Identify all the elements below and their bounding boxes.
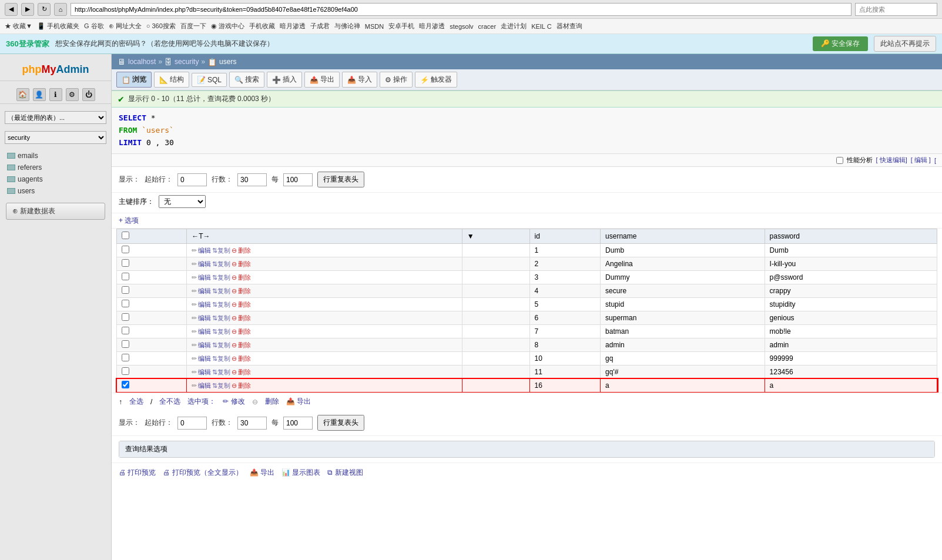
delete-icon-10[interactable]: ⊖ [232,382,237,390]
edit-link-3[interactable]: 编辑 [198,287,211,296]
per-input[interactable] [283,173,313,186]
delete-link-4[interactable]: 删除 [238,300,251,309]
delete-link-5[interactable]: 删除 [238,314,251,323]
sidebar-item-referers[interactable]: referers [0,162,111,173]
tab-import[interactable]: 📥 导入 [342,72,377,88]
search-bar[interactable] [855,3,937,16]
info-icon-btn[interactable]: ℹ [49,88,62,101]
sort-icon-5[interactable]: ⇅复制 [212,314,230,323]
delete-icon-1[interactable]: ⊖ [232,260,237,268]
bookmark-msdn[interactable]: MSDN [365,23,384,30]
new-table-button[interactable]: ⊕ 新建数据表 [6,203,105,220]
row-checkbox-6[interactable] [122,327,129,334]
recent-tables-select[interactable]: （最近使用的表）... [5,111,106,124]
bookmark-darkmoon[interactable]: 暗月渗透 [419,22,445,31]
edit-link-9[interactable]: 编辑 [198,368,211,377]
edit-icon-7[interactable]: ✏ [192,341,197,349]
th-password[interactable]: password [765,229,937,244]
delete-icon-4[interactable]: ⊖ [232,301,237,308]
export-bottom-link[interactable]: 📤 导出 [250,468,274,478]
user-icon-btn[interactable]: 👤 [33,88,46,101]
sort-icon-2[interactable]: ⇅复制 [212,273,230,282]
delete-icon-7[interactable]: ⊖ [232,341,237,349]
row-checkbox-5[interactable] [122,313,129,321]
sort-icon-3[interactable]: ⇅复制 [212,287,230,296]
bookmark-keil[interactable]: KEIL C [531,23,551,30]
start-input-bottom[interactable] [177,417,207,430]
edit-link-5[interactable]: 编辑 [198,314,211,323]
refresh-button[interactable]: ↻ [38,3,51,16]
tab-insert[interactable]: ➕ 插入 [267,72,302,88]
save-password-button[interactable]: 🔑 安全保存 [813,36,868,51]
delete-icon-6[interactable]: ⊖ [232,328,237,336]
export-link[interactable]: 📤 导出 [286,397,311,407]
delete-link-0[interactable]: 删除 [238,246,251,255]
options-link[interactable]: + 选项 [112,213,942,229]
start-input[interactable] [177,173,207,186]
bookmark-buddha[interactable]: 与佛论禅 [334,22,360,31]
perf-checkbox[interactable] [836,157,843,164]
edit-link-4[interactable]: 编辑 [198,300,211,309]
bookmark-zicheng[interactable]: 子成君 [310,22,330,31]
tab-triggers[interactable]: ⚡ 触发器 [415,72,457,88]
select-checked-link[interactable]: 选中项： [187,397,216,407]
edit-icon-10[interactable]: ✏ [192,382,197,390]
row-checkbox-0[interactable] [122,246,129,253]
delete-link-1[interactable]: 删除 [238,260,251,269]
delete-link-9[interactable]: 删除 [238,368,251,377]
bookmark-walk[interactable]: 走进计划 [501,22,527,31]
bookmark-360[interactable]: ○ 360搜索 [146,22,176,31]
db-select[interactable]: security [5,131,106,144]
bookmark-mobile2[interactable]: 手机收藏 [249,22,275,31]
show-chart-link[interactable]: 📊 显示图表 [281,468,320,478]
query-options-header[interactable]: 查询结果选项 [119,441,934,457]
tab-sql[interactable]: 📝 SQL [192,73,227,87]
bookmark-nav[interactable]: ⊕ 网址大全 [109,22,142,31]
edit-link-7[interactable]: 编辑 [198,341,211,350]
edit-link[interactable]: [ 编辑 ] [911,156,931,165]
row-checkbox-8[interactable] [122,354,129,361]
bookmark-favorites[interactable]: ★ 收藏▼ [5,22,32,31]
new-view-link[interactable]: ⧉ 新建视图 [327,468,363,478]
edit-icon-4[interactable]: ✏ [192,301,197,308]
sort-icon-9[interactable]: ⇅复制 [212,368,230,377]
sort-icon-6[interactable]: ⇅复制 [212,327,230,336]
select-all-link[interactable]: 全选 [129,397,143,407]
home-button[interactable]: ⌂ [54,3,67,16]
breadcrumb-server[interactable]: localhost [128,58,156,66]
delete-link[interactable]: 删除 [265,397,279,407]
edit-icon-3[interactable]: ✏ [192,287,197,295]
row-checkbox-2[interactable] [122,273,129,280]
tab-browse[interactable]: 📋 浏览 [116,72,152,88]
bookmark-cracer[interactable]: cracer [478,23,497,30]
deselect-all-link[interactable]: 全不选 [159,397,180,407]
delete-link-6[interactable]: 删除 [238,327,251,336]
bracket-link[interactable]: [ [934,157,936,164]
row-checkbox-10[interactable] [122,381,129,388]
edit-link-6[interactable]: 编辑 [198,327,211,336]
row-checkbox-3[interactable] [122,286,129,294]
bookmark-equip[interactable]: 器材查询 [557,22,582,31]
sort-icon-8[interactable]: ⇅复制 [212,354,230,363]
bookmark-baidu[interactable]: 百度一下 [180,22,206,31]
exit-icon-btn[interactable]: ⏻ [82,88,95,101]
repeat-header-button-bottom[interactable]: 行重复表头 [317,415,364,431]
delete-icon-5[interactable]: ⊖ [232,314,237,322]
tab-search[interactable]: 🔍 搜索 [229,72,264,88]
edit-link-8[interactable]: 编辑 [198,354,211,363]
url-bar[interactable] [71,3,852,16]
sort-icon-10[interactable]: ⇅复制 [212,381,230,390]
print-full-link[interactable]: 🖨 打印预览（全文显示） [163,468,242,478]
row-checkbox-4[interactable] [122,300,129,307]
sort-icon-4[interactable]: ⇅复制 [212,300,230,309]
edit-icon-2[interactable]: ✏ [192,274,197,281]
no-save-button[interactable]: 此站点不再提示 [874,36,936,52]
sort-icon-7[interactable]: ⇅复制 [212,341,230,350]
delete-icon-2[interactable]: ⊖ [232,274,237,281]
back-button[interactable]: ◀ [5,3,18,16]
edit-icon-5[interactable]: ✏ [192,314,197,322]
settings-icon-btn[interactable]: ⚙ [66,88,79,101]
sidebar-item-emails[interactable]: emails [0,150,111,162]
delete-icon-8[interactable]: ⊖ [232,355,237,363]
delete-link-8[interactable]: 删除 [238,354,251,363]
